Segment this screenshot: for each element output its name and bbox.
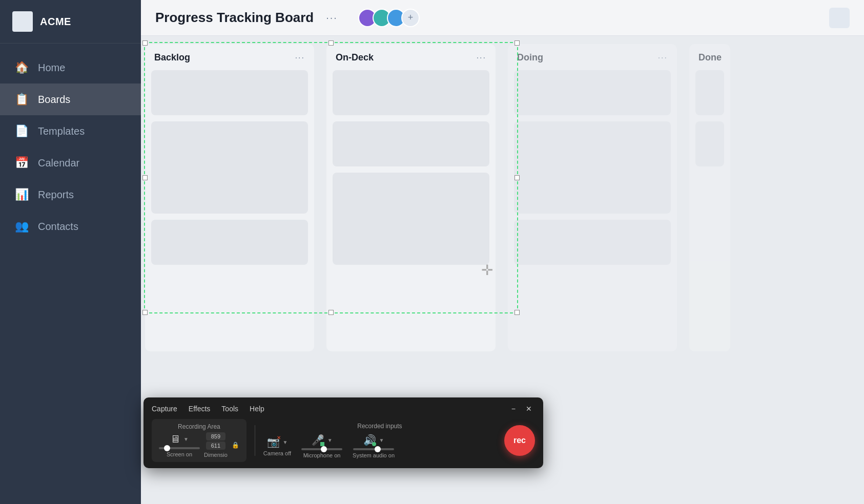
sidebar-item-label-reports: Reports <box>38 189 74 201</box>
column-menu-on-deck[interactable]: ··· <box>477 53 486 62</box>
record-button[interactable]: rec <box>504 425 535 456</box>
home-icon: 🏠 <box>14 61 29 74</box>
sidebar-item-contacts[interactable]: 👥 Contacts <box>0 211 141 242</box>
menu-tools[interactable]: Tools <box>221 405 238 413</box>
sidebar-item-home[interactable]: 🏠 Home <box>0 52 141 83</box>
sidebar-item-reports[interactable]: 📊 Reports <box>0 179 141 211</box>
add-member-button[interactable]: + <box>401 9 420 27</box>
column-menu-backlog[interactable]: ··· <box>295 53 305 62</box>
boards-icon: 📋 <box>14 93 29 106</box>
mic-slider-thumb[interactable] <box>321 446 327 452</box>
column-menu-doing[interactable]: ··· <box>658 53 668 62</box>
camera-caret: ▼ <box>283 439 288 445</box>
width-input[interactable] <box>206 432 225 440</box>
toolbar-menu: Capture Effects Tools Help <box>152 405 264 413</box>
recording-area-controls: 🖥 ▼ Screen on Dim <box>159 432 239 458</box>
dimensions-group: Dimensio <box>204 432 228 458</box>
toolbar-body: Recording Area 🖥 ▼ Screen on <box>152 419 535 462</box>
sys-audio-slider-thumb[interactable] <box>375 446 381 452</box>
sidebar-item-label-templates: Templates <box>38 125 85 137</box>
board-more-button[interactable]: ··· <box>322 10 342 26</box>
sidebar-item-templates[interactable]: 📄 Templates <box>0 115 141 147</box>
column-title-backlog: Backlog <box>154 52 190 63</box>
sidebar-item-boards[interactable]: 📋 Boards <box>0 83 141 115</box>
card[interactable] <box>695 121 724 166</box>
app-name: ACME <box>40 16 71 28</box>
menu-capture[interactable]: Capture <box>152 405 177 413</box>
avatar-group: + <box>358 9 420 27</box>
column-title-doing: Doing <box>517 52 543 63</box>
camera-off-label: Camera off <box>263 450 291 456</box>
close-button[interactable]: ✕ <box>523 404 535 414</box>
mic-slider-track[interactable] <box>301 448 342 450</box>
column-on-deck: On-Deck ··· <box>326 44 496 351</box>
logo-area: ACME <box>0 0 141 44</box>
logo-icon <box>12 11 33 32</box>
screen-on-label: Screen on <box>167 451 192 457</box>
sidebar-item-label-calendar: Calendar <box>38 157 79 169</box>
card[interactable] <box>333 173 489 265</box>
sys-audio-active-dot <box>372 442 376 446</box>
mic-icon-row: 🎤 ▼ <box>312 434 333 446</box>
menu-help[interactable]: Help <box>250 405 264 413</box>
column-cards-done <box>689 70 730 173</box>
sidebar-nav: 🏠 Home 📋 Boards 📄 Templates 📅 Calendar 📊… <box>0 44 141 250</box>
dimensions-label: Dimensio <box>204 452 228 458</box>
screen-icon-row: 🖥 ▼ <box>170 433 189 445</box>
column-title-on-deck: On-Deck <box>336 52 374 63</box>
inputs-row: 📷 ✕ ▼ Camera off 🎤 ▼ <box>263 434 496 458</box>
column-title-done: Done <box>698 52 722 63</box>
mic-caret: ▼ <box>327 437 333 443</box>
column-cards-backlog <box>145 70 314 271</box>
height-input[interactable] <box>206 442 225 450</box>
system-audio-label: System audio on <box>353 452 395 458</box>
column-cards-doing <box>508 70 677 271</box>
screen-slider-track[interactable] <box>159 447 200 449</box>
sidebar-item-calendar[interactable]: 📅 Calendar <box>0 147 141 179</box>
screen-slider-thumb[interactable] <box>164 445 170 451</box>
templates-icon: 📄 <box>14 124 29 138</box>
column-backlog: Backlog ··· <box>145 44 314 351</box>
card[interactable] <box>695 70 724 115</box>
sidebar-item-label-home: Home <box>38 62 65 74</box>
recorded-inputs-section: Recorded inputs 📷 ✕ ▼ Camera off <box>263 423 496 458</box>
column-done: Done <box>689 44 730 351</box>
column-cards-on-deck <box>326 70 496 271</box>
camera-group: 📷 ✕ ▼ Camera off <box>263 436 291 456</box>
camera-icon: 📷 ✕ <box>267 436 280 448</box>
mic-active-dot <box>320 442 324 446</box>
card[interactable] <box>151 220 308 265</box>
recording-area-section: Recording Area 🖥 ▼ Screen on <box>152 419 246 462</box>
calendar-icon: 📅 <box>14 156 29 170</box>
microphone-group: 🎤 ▼ Microphone on <box>301 434 342 458</box>
camera-icon-row: 📷 ✕ ▼ <box>267 436 288 448</box>
card[interactable] <box>333 70 489 115</box>
sys-audio-slider <box>353 448 394 450</box>
microphone-on-label: Microphone on <box>303 452 341 458</box>
system-audio-icon: 🔊 <box>363 434 376 446</box>
header-action-button[interactable] <box>829 8 850 28</box>
record-section: rec <box>504 425 535 456</box>
sidebar: ACME 🏠 Home 📋 Boards 📄 Templates 📅 Calen… <box>0 0 141 504</box>
screen-icon: 🖥 <box>170 433 180 445</box>
mic-slider <box>301 448 342 450</box>
card[interactable] <box>514 220 671 265</box>
sys-audio-icon-row: 🔊 ▼ <box>363 434 384 446</box>
screen-caret: ▼ <box>183 436 189 442</box>
card[interactable] <box>514 121 671 214</box>
sys-audio-slider-track[interactable] <box>353 448 394 450</box>
sidebar-item-label-contacts: Contacts <box>38 221 78 233</box>
recording-area-label: Recording Area <box>178 423 220 430</box>
minimize-button[interactable]: − <box>508 404 519 414</box>
column-header-done: Done <box>689 44 730 70</box>
capture-toolbar: Capture Effects Tools Help − ✕ Recording… <box>143 397 543 468</box>
toolbar-divider-1 <box>255 425 255 456</box>
card[interactable] <box>151 121 308 214</box>
card[interactable] <box>151 70 308 115</box>
card[interactable] <box>514 70 671 115</box>
menu-effects[interactable]: Effects <box>189 405 211 413</box>
reports-icon: 📊 <box>14 188 29 201</box>
sys-audio-caret: ▼ <box>379 437 384 443</box>
card[interactable] <box>333 121 489 166</box>
board-header: Progress Tracking Board ··· + <box>141 0 864 36</box>
